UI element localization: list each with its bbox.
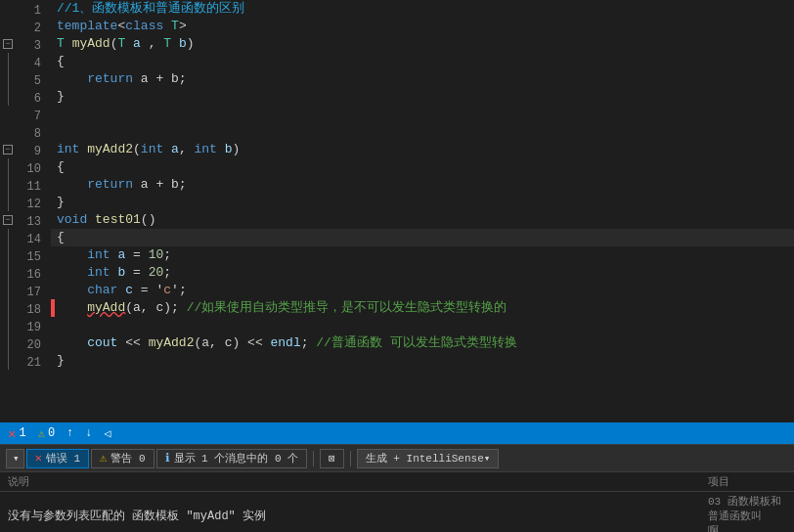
code-line[interactable]: char c = 'c'; [51, 282, 794, 299]
info-button[interactable]: ℹ 显示 1 个消息中的 0 个 [156, 449, 308, 468]
line-indicator [51, 141, 55, 158]
token-fn: myAdd2 [87, 141, 133, 158]
code-line[interactable] [51, 317, 794, 334]
code-line[interactable] [51, 123, 794, 141]
filter-button[interactable]: ⊠ [320, 449, 344, 468]
code-line[interactable]: template<class T> [51, 18, 794, 35]
token-param: b [117, 264, 125, 282]
token-white: < [117, 18, 125, 35]
line-number: 8 [16, 125, 41, 143]
warning-button[interactable]: ⚠ 警告 0 [91, 449, 154, 468]
token-white: ) [187, 35, 195, 53]
line-number: 9 [16, 143, 41, 160]
code-line[interactable]: int a = 10; [51, 246, 794, 264]
fold-close-icon[interactable]: − [3, 145, 13, 155]
token-param: a [171, 141, 179, 158]
token-white: ( [133, 141, 141, 158]
fold-line [8, 176, 9, 194]
token-kw: int [141, 141, 163, 158]
token-param: a [133, 35, 141, 53]
token-white: () [141, 211, 156, 229]
code-line[interactable]: void test01() [51, 211, 794, 229]
error-panel: ▾ ✕ 错误 1 ⚠ 警告 0 ℹ 显示 1 个消息中的 0 个 ⊠ 生成 + … [0, 444, 794, 532]
panel-dropdown[interactable]: ▾ [6, 449, 24, 468]
token-white [117, 282, 125, 299]
token-white [57, 282, 87, 299]
token-white: << [117, 334, 148, 352]
token-kw: template [57, 18, 117, 35]
warning-icon: ⚠ [100, 451, 107, 466]
line-indicator [51, 106, 55, 123]
editor-area: −−− 123456789101112131415161718192021 //… [0, 0, 794, 422]
build-button[interactable]: 生成 + IntelliSense ▾ [357, 449, 500, 468]
code-line[interactable]: T myAdd(T a , T b) [51, 35, 794, 53]
token-white: } [57, 194, 65, 211]
code-line[interactable]: int myAdd2(int a, int b) [51, 141, 794, 158]
token-white: , [179, 141, 195, 158]
left-arrow[interactable]: ◁ [104, 426, 110, 441]
line-indicator [51, 18, 55, 35]
token-param: b [179, 35, 187, 53]
line-indicator [51, 229, 55, 246]
token-fn: myAdd [72, 35, 110, 53]
panel-separator-2 [350, 451, 351, 466]
fold-line [8, 352, 9, 370]
code-line[interactable]: } [51, 352, 794, 370]
up-arrow[interactable]: ↑ [66, 426, 73, 440]
token-kw: class [125, 18, 163, 35]
error-button[interactable]: ✕ 错误 1 [26, 449, 89, 468]
fold-gutter: −−− [0, 0, 16, 422]
line-indicator [51, 0, 55, 18]
fold-close-icon[interactable]: − [3, 215, 13, 225]
code-line[interactable]: } [51, 194, 794, 211]
token-kw: void [57, 211, 87, 229]
line-number: 20 [16, 336, 41, 354]
line-number: 2 [16, 20, 41, 37]
code-line[interactable]: } [51, 88, 794, 106]
fold-close-icon[interactable]: − [3, 39, 13, 49]
token-white: = [125, 264, 148, 282]
token-num: 10 [149, 246, 164, 264]
token-comment-title: //1、函数模板和普通函数的区别 [57, 0, 244, 18]
error-list: 说明 项目 没有与参数列表匹配的 函数模板 "myAdd" 实例 03 函数模板… [0, 472, 794, 532]
fold-line [8, 70, 9, 88]
code-line[interactable]: return a + b; [51, 176, 794, 194]
token-kw: int [87, 246, 110, 264]
line-number: 14 [16, 231, 41, 248]
token-fn: test01 [95, 211, 141, 229]
code-line[interactable]: { [51, 53, 794, 70]
error-btn-label: 错误 1 [46, 451, 80, 466]
code-line[interactable]: { [51, 158, 794, 176]
fold-line [8, 88, 9, 106]
error-panel-toolbar: ▾ ✕ 错误 1 ⚠ 警告 0 ℹ 显示 1 个消息中的 0 个 ⊠ 生成 + … [0, 445, 794, 472]
error-count[interactable]: ✕ 1 [8, 425, 26, 442]
fold-line [8, 264, 9, 282]
code-line[interactable]: myAdd(a, c); //如果使用自动类型推导，是不可以发生隐式类型转换的 [51, 299, 794, 317]
token-white [65, 35, 72, 53]
code-line[interactable]: cout << myAdd2(a, c) << endl; //普通函数 可以发… [51, 334, 794, 352]
token-white: (a, c) << [194, 334, 270, 352]
line-indicator [51, 282, 55, 299]
line-indicator [51, 264, 55, 282]
code-content[interactable]: //1、函数模板和普通函数的区别template<class T>T myAdd… [47, 0, 794, 422]
code-line[interactable]: int b = 20; [51, 264, 794, 282]
warning-count[interactable]: ⚠ 0 [38, 426, 55, 441]
line-number: 10 [16, 160, 41, 178]
line-number: 19 [16, 319, 41, 336]
line-number: 18 [16, 301, 41, 319]
code-line[interactable]: return a + b; [51, 70, 794, 88]
token-param: cout [87, 334, 117, 352]
panel-separator [313, 451, 314, 466]
line-number: 3 [16, 37, 41, 55]
token-param: b [225, 141, 233, 158]
line-number: 7 [16, 108, 41, 125]
code-line[interactable]: //1、函数模板和普通函数的区别 [51, 0, 794, 18]
error-list-item[interactable]: 没有与参数列表匹配的 函数模板 "myAdd" 实例 03 函数模板和普通函数叫… [0, 492, 794, 511]
line-indicator [51, 70, 55, 88]
token-kw: char [87, 282, 117, 299]
code-line[interactable]: { [51, 229, 794, 246]
token-white: > [179, 18, 187, 35]
token-white [57, 246, 87, 264]
code-line[interactable] [51, 106, 794, 123]
down-arrow[interactable]: ↓ [85, 426, 92, 440]
